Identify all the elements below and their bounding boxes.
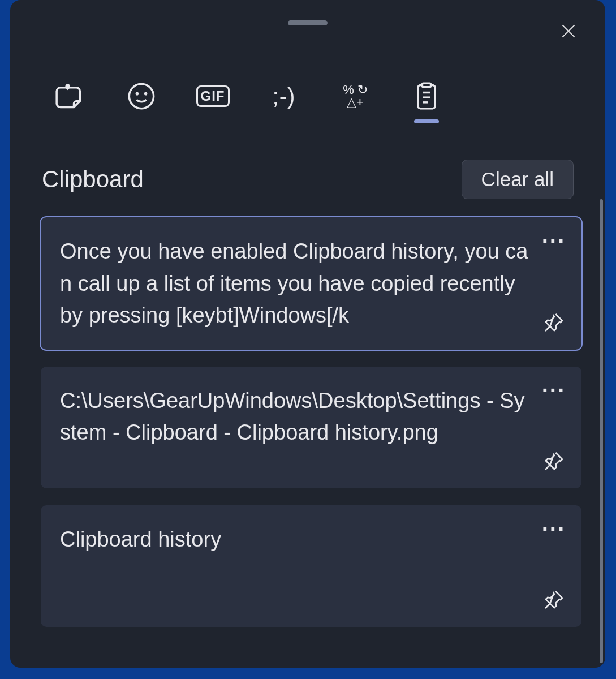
clip-actions: ··· [542,523,566,613]
drag-handle[interactable] [288,20,328,25]
clipboard-panel: GIF ;-) % ↻ △+ Clipboard Clear all [10,0,605,668]
sticker-heart-icon [55,81,85,111]
scrollbar[interactable] [600,199,603,663]
clip-item[interactable]: Clipboard history ··· [41,505,581,627]
svg-point-2 [129,84,153,108]
clip-item[interactable]: Once you have enabled Clipboard history,… [41,217,581,350]
tab-kaomoji[interactable]: ;-) [266,74,302,119]
clip-item[interactable]: C:\Users\GearUpWindows\Desktop\Settings … [41,367,581,488]
pin-icon [542,450,565,472]
more-button[interactable]: ··· [542,523,566,535]
clipboard-icon [412,81,441,111]
more-button[interactable]: ··· [542,385,566,396]
kaomoji-icon: ;-) [273,84,296,109]
tab-clipboard[interactable] [408,74,445,119]
clear-all-button[interactable]: Clear all [462,160,574,199]
more-button[interactable]: ··· [542,235,566,247]
gif-icon: GIF [196,85,230,107]
tab-emoji[interactable] [123,74,160,119]
clip-text: Clipboard history [60,523,565,609]
pin-icon [542,588,565,611]
tab-favorites[interactable] [52,74,88,119]
svg-rect-6 [422,83,430,87]
clip-actions: ··· [542,385,566,475]
tab-gif[interactable]: GIF [195,74,231,119]
clip-text: C:\Users\GearUpWindows\Desktop\Settings … [60,385,565,470]
pin-icon [542,311,565,334]
tab-symbols[interactable]: % ↻ △+ [337,74,373,119]
pin-button[interactable] [542,450,565,475]
clipboard-title: Clipboard [42,166,144,193]
emoji-icon [127,81,156,111]
svg-point-3 [136,93,137,94]
pin-button[interactable] [542,588,565,613]
clip-actions: ··· [542,235,566,336]
symbols-icon: % ↻ △+ [343,84,368,109]
close-button[interactable] [554,17,583,45]
close-icon [559,22,578,40]
svg-point-4 [145,93,147,94]
header-row: Clipboard Clear all [10,119,605,199]
tab-row: GIF ;-) % ↻ △+ [10,0,605,119]
clip-text: Once you have enabled Clipboard history,… [60,235,565,332]
clip-list: Once you have enabled Clipboard history,… [10,199,605,627]
pin-button[interactable] [542,311,565,336]
